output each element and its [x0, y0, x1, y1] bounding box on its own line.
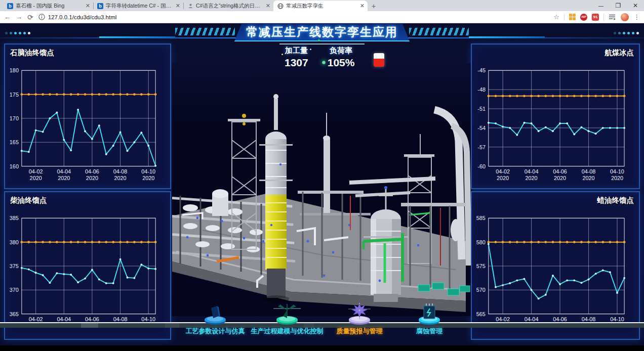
page-info-icon[interactable]: [38, 14, 45, 20]
tab-title: 字符串转datetime C# - 国内版 B: [106, 3, 173, 10]
new-tab-button[interactable]: +: [368, 1, 380, 11]
svg-text:04-08: 04-08: [582, 168, 596, 174]
close-tab-icon[interactable]: ✕: [266, 3, 270, 9]
svg-text:2020: 2020: [30, 175, 42, 181]
svg-text:2020: 2020: [142, 175, 154, 181]
svg-text:2020: 2020: [497, 175, 509, 181]
stat-throughput: 加工量 1307: [285, 46, 308, 69]
person-favicon-icon: [187, 3, 193, 9]
svg-text:565: 565: [476, 311, 486, 317]
svg-text:04-04: 04-04: [57, 316, 71, 322]
svg-text:2020: 2020: [58, 175, 70, 181]
svg-text:-51: -51: [477, 106, 486, 112]
svg-text:375: 375: [10, 263, 19, 269]
stat-value: 1307: [285, 57, 308, 69]
minimize-button[interactable]: —: [592, 0, 610, 11]
naphtha-fbp-chart: 16016517017518004-02202004-04202004-0620…: [5, 45, 170, 188]
back-icon[interactable]: ←: [4, 14, 11, 20]
forward-icon[interactable]: →: [16, 14, 22, 20]
corrosion-management-icon: [414, 303, 445, 326]
close-window-button[interactable]: ✕: [627, 0, 644, 11]
svg-text:04-10: 04-10: [610, 168, 624, 174]
svg-text:365: 365: [10, 311, 19, 317]
svg-text:585: 585: [476, 215, 486, 221]
stat-value: 105%: [328, 57, 355, 69]
stat-label: 加工量: [285, 46, 308, 56]
svg-text:2020: 2020: [114, 175, 127, 181]
svg-text:580: 580: [476, 239, 486, 245]
menu-item-quality-forecast[interactable]: ⚡ 质量预报与管理: [321, 303, 397, 336]
menu-item-process-modeling[interactable]: 生产过程建模与优化控制: [239, 303, 335, 336]
svg-text:380: 380: [10, 239, 19, 245]
application-window: b 嘉石榴 - 国内版 Bing ✕ b 字符串转datetime C# - 国…: [0, 0, 644, 351]
extension-abp-icon[interactable]: ABP: [580, 14, 587, 21]
banner-edge-right: [469, 36, 545, 38]
panel-wax-oil-fbp: 蜡油终馏点 56557057558058504-02202004-0420200…: [471, 191, 640, 340]
svg-text:04-06: 04-06: [553, 168, 567, 174]
svg-text:170: 170: [10, 115, 19, 121]
chrome-menu-icon[interactable]: ⋮: [633, 14, 640, 20]
menu-item-corrosion-mgmt[interactable]: 腐蚀管理: [401, 303, 457, 336]
address-bar[interactable]: 127.0.0.1/cdu3d/cdu3.html: [38, 14, 549, 20]
plant-3d-model: [172, 63, 471, 317]
maximize-button[interactable]: ❐: [610, 0, 627, 11]
banner-hatch-left: [175, 28, 235, 35]
panel-title: 柴油终馏点: [10, 196, 47, 205]
profile-avatar[interactable]: [621, 13, 629, 21]
kpi-stats: 加工量 1307 负荷率 105%: [285, 46, 384, 69]
close-tab-icon[interactable]: ✕: [360, 3, 365, 9]
window-controls: — ❐ ✕: [592, 0, 644, 11]
banner-underline: [279, 43, 365, 45]
close-tab-icon[interactable]: ✕: [86, 3, 90, 9]
svg-text:570: 570: [476, 287, 486, 293]
svg-text:2020: 2020: [554, 175, 566, 181]
url-text[interactable]: 127.0.0.1/cdu3d/cdu3.html: [48, 14, 117, 20]
menu-label: 腐蚀管理: [416, 327, 442, 336]
reading-list-icon[interactable]: [609, 14, 616, 20]
panel-naphtha-fbp: 石脑油终馏点 16016517017518004-02202004-042020…: [4, 43, 171, 189]
divider: [564, 14, 565, 21]
svg-text:385: 385: [10, 215, 19, 221]
divider: [603, 14, 604, 21]
menu-label: 生产过程建模与优化控制: [251, 327, 324, 336]
deco-dots-right: [614, 32, 639, 34]
svg-text:575: 575: [476, 263, 486, 269]
deco-dots-left: [5, 32, 30, 34]
svg-text:04-06: 04-06: [553, 316, 567, 322]
svg-text:160: 160: [10, 163, 19, 169]
browser-tab-bar: b 嘉石榴 - 国内版 Bing ✕ b 字符串转datetime C# - 国…: [0, 0, 644, 11]
tab-csharp-article[interactable]: C#语言之“string格式的日期时间 ✕: [183, 1, 273, 11]
extension-grid-icon[interactable]: [569, 14, 576, 20]
panel-title: 蜡油终馏点: [597, 196, 634, 205]
svg-text:04-04: 04-04: [57, 168, 71, 174]
svg-text:-57: -57: [477, 144, 486, 150]
page-title-banner: 常减压生产线数字孪生应用: [234, 24, 410, 41]
svg-text:175: 175: [10, 92, 19, 98]
bookmark-star-icon[interactable]: ☆: [553, 14, 559, 20]
stat-label: 负荷率: [328, 46, 355, 56]
svg-text:04-10: 04-10: [141, 316, 155, 322]
tab-title: 嘉石榴 - 国内版 Bing: [16, 3, 83, 10]
tab-datetime-search[interactable]: b 字符串转datetime C# - 国内版 B ✕: [93, 1, 183, 11]
svg-text:-48: -48: [477, 86, 486, 93]
svg-text:04-04: 04-04: [525, 168, 539, 174]
extension-91-icon[interactable]: 91: [592, 14, 599, 21]
menu-label: 质量预报与管理: [337, 327, 383, 336]
tab-digital-twin-active[interactable]: 常减压数字孪生 ✕: [273, 1, 368, 11]
svg-text:-60: -60: [477, 163, 486, 169]
tab-bing-search[interactable]: b 嘉石榴 - 国内版 Bing ✕: [3, 1, 93, 11]
bing-favicon-icon: b: [7, 3, 13, 9]
svg-text:370: 370: [10, 287, 19, 293]
process-modeling-icon: [272, 303, 302, 326]
wax-oil-fbp-chart: 56557057558058504-02202004-04202004-0620…: [472, 192, 639, 339]
browser-toolbar: ← → ⟳ 127.0.0.1/cdu3d/cdu3.html ☆ ABP 91…: [0, 11, 644, 23]
svg-text:2020: 2020: [86, 175, 98, 181]
stat-load-rate: 负荷率 105%: [328, 46, 355, 69]
close-tab-icon[interactable]: ✕: [176, 3, 180, 9]
reload-icon[interactable]: ⟳: [27, 14, 33, 21]
svg-text:04-06: 04-06: [85, 168, 99, 174]
plant-3d-viewport[interactable]: [172, 63, 471, 317]
bottom-menu: 工艺参数设计与仿真 生产过程建模与优化控制: [175, 303, 468, 342]
quality-forecast-icon: ⚡: [344, 303, 375, 326]
particle: [287, 61, 288, 62]
